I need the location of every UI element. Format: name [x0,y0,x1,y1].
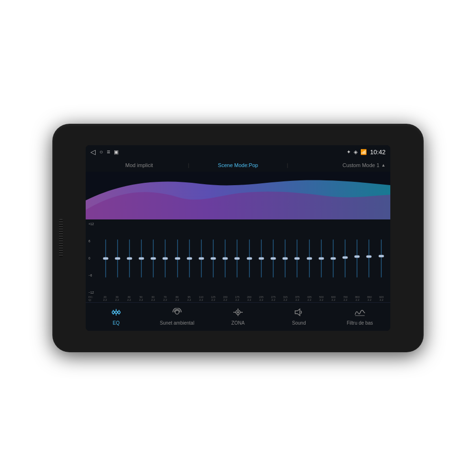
slider-thumb-315[interactable] [283,257,288,259]
slider-thumb-125[interactable] [211,257,216,259]
slider-col-20[interactable] [100,239,111,278]
back-icon[interactable]: ◁ [90,148,96,156]
db-plus12: +12 [89,222,99,226]
nav-filtru[interactable]: Filtru de bas [329,303,390,331]
zona-icon [233,308,243,319]
q-val-600: 2.2 [327,298,339,301]
slider-col-50[interactable] [136,239,147,278]
slider-thumb-80[interactable] [175,257,180,259]
svg-point-2 [115,311,118,314]
q-row: 2.22.22.22.22.22.22.22.22.22.22.22.22.22… [99,298,387,301]
eq-icon [111,308,121,319]
slider-thumb-375[interactable] [295,257,300,259]
sunet-icon [172,308,182,319]
slider-col-95[interactable] [184,239,195,278]
slider-col-60[interactable] [148,239,159,278]
mode-default[interactable]: Mod implicit [90,162,188,168]
slider-col-375[interactable] [292,239,303,278]
slider-thumb-30[interactable] [115,257,120,259]
screenshot-icon[interactable]: ▣ [114,149,119,155]
slider-col-70[interactable] [160,239,171,278]
slider-thumb-920[interactable] [378,255,384,257]
slider-col-125[interactable] [208,239,219,278]
slider-col-600[interactable] [327,239,338,278]
svg-marker-17 [295,309,300,316]
menu-icon[interactable]: ≡ [107,149,110,155]
home-icon[interactable]: ○ [99,149,103,155]
nav-eq-label: EQ [113,320,119,326]
eq-sliders-area: +12 6 0 −6 −12 FC: 203040506070809511012… [86,219,390,302]
slider-col-200[interactable] [244,239,255,278]
slider-thumb-95[interactable] [187,257,192,259]
mode-bar: Mod implicit | Scene Mode:Pop | Custom M… [86,159,390,172]
q-val-700: 2.2 [339,298,351,301]
slider-thumb-110[interactable] [198,257,204,259]
slider-thumb-200[interactable] [247,257,252,259]
slider-thumb-60[interactable] [151,257,156,259]
q-val-275: 2.2 [268,298,279,301]
slider-col-175[interactable] [232,239,243,278]
slider-col-30[interactable] [112,239,123,278]
slider-thumb-275[interactable] [270,257,276,259]
slider-col-860[interactable] [364,239,375,278]
slider-col-500[interactable] [316,239,327,278]
slider-thumb-860[interactable] [367,255,372,258]
db-scale: +12 6 0 −6 −12 [89,221,99,295]
q-val-315: 2.2 [279,298,291,301]
q-val-860: 2.2 [364,298,376,301]
slider-thumb-150[interactable] [223,257,228,259]
slider-thumb-175[interactable] [235,257,240,259]
q-val-200: 2.2 [243,298,255,301]
status-icons: ✦ ◈ 📶 10:42 [347,149,386,156]
slider-col-80[interactable] [172,239,183,278]
slider-col-800[interactable] [352,239,363,278]
slider-col-315[interactable] [280,239,291,278]
slider-col-920[interactable] [376,239,387,278]
slider-thumb-700[interactable] [343,256,348,258]
q-val-500: 2.2 [316,298,327,301]
db-minus12: −12 [89,291,99,294]
svg-point-12 [238,312,239,313]
screen: ◁ ○ ≡ ▣ ✦ ◈ 📶 10:42 Mod implicit | Scene… [86,145,390,331]
slider-thumb-800[interactable] [355,256,360,258]
q-val-30: 2.2 [111,298,123,301]
q-val-150: 2.2 [219,298,231,301]
nav-sound[interactable]: Sound [268,303,329,331]
mode-scene[interactable]: Scene Mode:Pop [189,162,287,168]
slider-thumb-50[interactable] [139,257,144,259]
chevron-up-icon: ▲ [381,163,386,168]
slider-col-40[interactable] [124,239,135,278]
nav-sunet[interactable]: Sunet ambiental [147,303,208,331]
slider-thumb-40[interactable] [127,257,132,259]
db-plus6: 6 [89,239,99,243]
slider-thumb-500[interactable] [318,257,324,259]
q-val-80: 2.2 [171,298,183,301]
slider-col-150[interactable] [220,239,231,278]
slider-thumb-70[interactable] [163,257,168,259]
slider-col-235[interactable] [256,239,267,278]
slider-thumb-435[interactable] [307,257,312,259]
slider-thumb-20[interactable] [103,257,108,259]
wifi-icon: 📶 [360,149,367,155]
slider-col-275[interactable] [268,239,278,278]
q-val-50: 2.2 [135,298,147,301]
db-zero: 0 [89,257,99,260]
q-val-110: 2.2 [195,298,207,301]
slider-thumb-235[interactable] [258,257,264,259]
nav-eq[interactable]: EQ [86,303,147,331]
slider-thumb-600[interactable] [330,257,336,259]
svg-point-11 [236,310,240,315]
bluetooth-icon: ✦ [347,149,351,155]
device-body: ◁ ○ ≡ ▣ ✦ ◈ 📶 10:42 Mod implicit | Scene… [52,124,424,352]
sliders-container [99,221,387,295]
q-val-20: 2.2 [99,298,111,301]
slider-col-435[interactable] [304,239,315,278]
q-val-800: 2.2 [351,298,363,301]
q-val-920: 2.2 [376,298,387,301]
mode-custom[interactable]: Custom Mode 1 ▲ [288,162,386,168]
svg-point-10 [175,310,179,314]
nav-zona[interactable]: ZONA [208,303,268,331]
status-bar: ◁ ○ ≡ ▣ ✦ ◈ 📶 10:42 [86,145,390,159]
slider-col-110[interactable] [196,239,207,278]
slider-col-700[interactable] [339,239,350,278]
